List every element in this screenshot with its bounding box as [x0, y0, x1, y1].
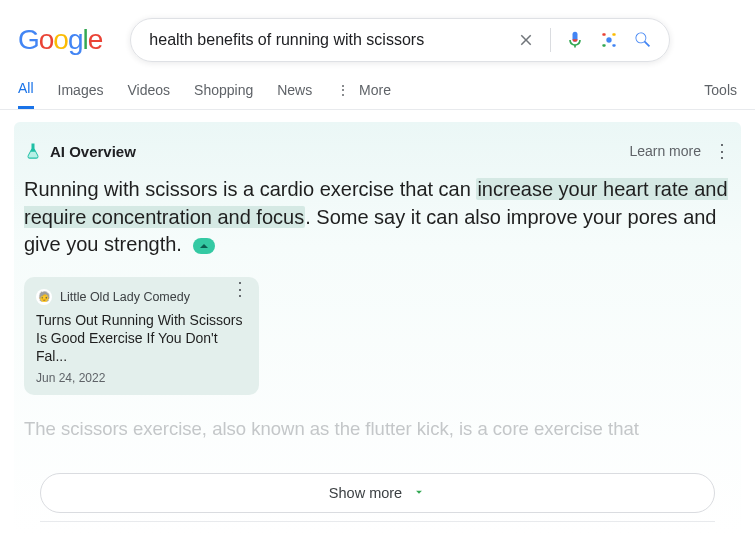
clear-icon[interactable] [516, 30, 536, 50]
svg-point-4 [607, 37, 612, 42]
source-name: Little Old Lady Comedy [60, 290, 190, 304]
tab-shopping[interactable]: Shopping [194, 82, 253, 108]
learn-more-link[interactable]: Learn more [629, 143, 701, 159]
search-bar [130, 18, 670, 62]
tab-more[interactable]: ⋮ More [336, 82, 391, 108]
search-input[interactable] [149, 31, 516, 49]
source-title: Turns Out Running With Scissors Is Good … [36, 311, 247, 366]
overflow-menu-icon[interactable]: ⋮ [713, 148, 731, 154]
voice-search-icon[interactable] [565, 30, 585, 50]
svg-rect-1 [613, 33, 616, 36]
search-tabs: All Images Videos Shopping News ⋮ More T… [0, 70, 755, 110]
overview-pre: Running with scissors is a cardio exerci… [24, 178, 476, 200]
lens-icon[interactable] [599, 30, 619, 50]
source-date: Jun 24, 2022 [36, 371, 247, 385]
chevron-down-icon [412, 485, 426, 502]
flask-icon [24, 142, 42, 160]
tab-news[interactable]: News [277, 82, 312, 108]
show-more-button[interactable]: Show more [40, 473, 715, 513]
google-logo[interactable]: Google [18, 24, 102, 56]
search-icon[interactable] [633, 30, 653, 50]
tab-more-label: More [359, 82, 391, 98]
tab-tools[interactable]: Tools [704, 82, 737, 108]
collapse-icon[interactable] [193, 238, 215, 254]
source-card[interactable]: ⋮ 🧓 Little Old Lady Comedy Turns Out Run… [24, 277, 259, 396]
tab-images[interactable]: Images [58, 82, 104, 108]
ai-overview-title: AI Overview [50, 143, 136, 160]
faded-preview-text: The scissors exercise, also known as the… [24, 417, 731, 465]
svg-rect-0 [603, 33, 606, 36]
favicon-icon: 🧓 [36, 289, 52, 305]
tab-videos[interactable]: Videos [127, 82, 170, 108]
tab-all[interactable]: All [18, 80, 34, 109]
ai-overview-panel: AI Overview Learn more ⋮ Running with sc… [14, 122, 741, 534]
card-menu-icon[interactable]: ⋮ [231, 287, 249, 291]
svg-rect-2 [603, 44, 606, 46]
show-more-label: Show more [329, 485, 402, 501]
ai-overview-text: Running with scissors is a cardio exerci… [20, 176, 735, 259]
svg-rect-3 [613, 44, 616, 46]
